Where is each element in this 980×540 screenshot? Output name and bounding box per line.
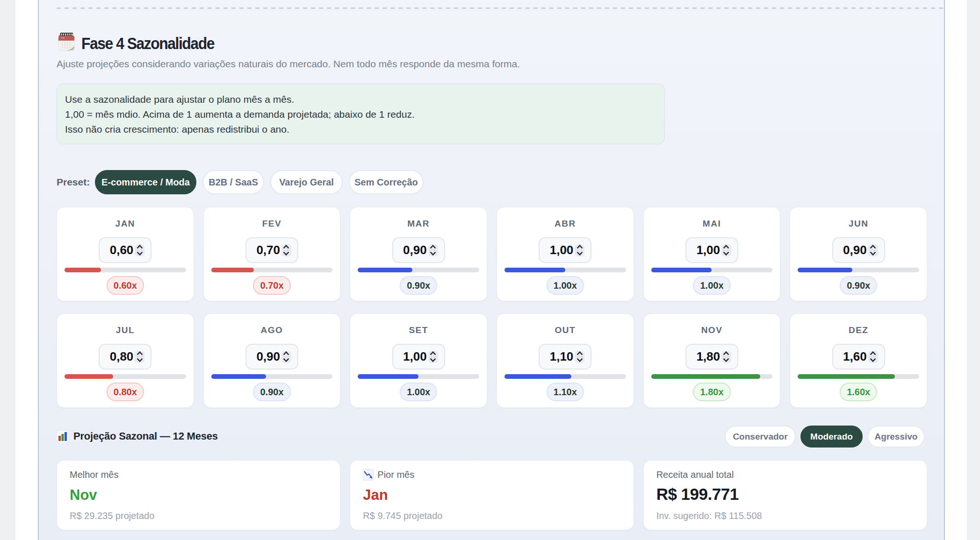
svg-text:JUL: JUL [61,36,65,39]
